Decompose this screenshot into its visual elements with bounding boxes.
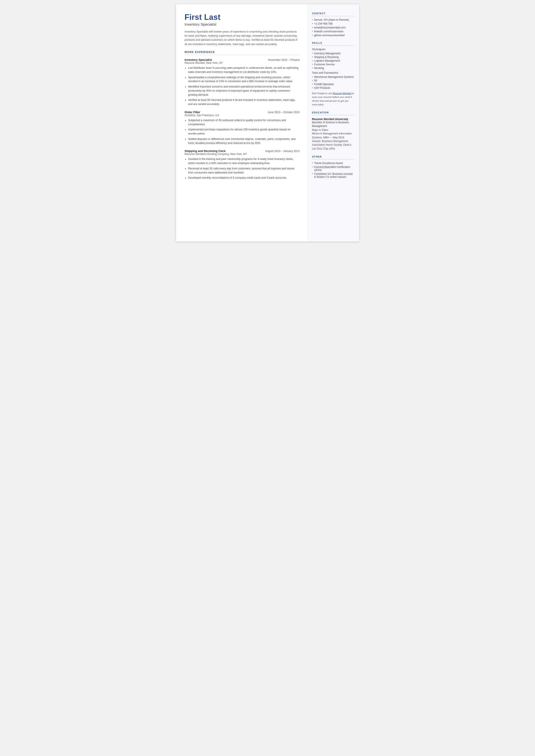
candidate-name: First Last — [185, 13, 300, 21]
contact-divider — [312, 16, 354, 16]
edu-awards-0: Awards: Business Management Association … — [312, 139, 354, 151]
bullet-1-3: Identified important concerns and execut… — [185, 85, 300, 97]
bullet-2-2: Implemented purchase requisitions for al… — [185, 127, 300, 136]
work-company-1: Resume Worded, New York, NY — [185, 61, 300, 65]
work-bullets-2: Subjected a maximum of 30 outbound order… — [185, 118, 300, 145]
resume-page: First Last Inventory Specialist Inventor… — [176, 4, 359, 241]
work-header-3: Shipping and Receiving Clerk August 2010… — [185, 149, 300, 153]
bullet-3-1: Assisted in the training and peer mentor… — [185, 157, 300, 165]
bullet-2-1: Subjected a maximum of 30 outbound order… — [185, 118, 300, 126]
promo-block: Don't forget to use Resume Worded to sca… — [312, 92, 354, 106]
skill-technique-2: Logistics Management — [312, 59, 354, 62]
skill-technique-3: Customer Service — [312, 63, 354, 66]
other-item-0: Thesis Excellence Award — [312, 162, 354, 165]
skill-tool-3: SAP Products — [312, 86, 354, 90]
work-title-3: Shipping and Receiving Clerk — [185, 149, 226, 153]
tools-list: Warehouse Management Systems 5S Forklift… — [312, 75, 354, 90]
skill-tool-2: Forklift Operation — [312, 83, 354, 86]
skill-technique-0: Inventory Management — [312, 52, 354, 55]
name-title-block: First Last Inventory Specialist — [185, 13, 300, 27]
work-company-2: Growthsi, San Francisco, CA — [185, 114, 300, 117]
edu-degree-0: Bachelor of Science in Business Manageme… — [312, 121, 354, 128]
tools-label: Tools and Frameworks: — [312, 71, 354, 74]
work-entry-2: Order Filler June 2013 – October 2015 Gr… — [185, 111, 300, 145]
edu-entry-0: Resume Worded University Bachelor of Sci… — [312, 118, 354, 151]
work-experience-heading: WORK EXPERIENCE — [185, 51, 300, 54]
summary-text: Inventory Specialist with twelve years o… — [185, 30, 300, 46]
skill-technique-1: Shipping & Receiving — [312, 56, 354, 59]
other-item-2: Completed 10+ Business courses in Boston… — [312, 172, 354, 179]
work-company-3: Resume Worded's Exciting Company, New Yo… — [185, 153, 300, 155]
bullet-1-4: Verified at least 50 returned products i… — [185, 98, 300, 106]
skill-tool-0: Warehouse Management Systems — [312, 75, 354, 78]
bullet-3-2: Received at least 30 calls every day fro… — [185, 167, 300, 175]
promo-prefix: Don't forget to use — [312, 92, 333, 95]
edu-school-0: Resume Worded University — [312, 118, 354, 121]
work-title-2: Order Filler — [185, 111, 200, 114]
education-section: EDUCATION Resume Worded University Bache… — [312, 111, 354, 151]
techniques-list: Inventory Management Shipping & Receivin… — [312, 52, 354, 70]
contact-section: CONTACT Denver, OH (Open to Remote) +1-2… — [312, 12, 354, 37]
education-heading: EDUCATION — [312, 111, 354, 114]
work-title-1: Inventory Specialist — [185, 58, 212, 61]
contact-item-4: github.com/resumeworded — [312, 34, 354, 37]
skill-technique-4: Stocking — [312, 67, 354, 70]
other-heading: OTHER — [312, 155, 354, 158]
other-section: OTHER Thesis Excellence Award InventoryS… — [312, 155, 354, 179]
left-column: First Last Inventory Specialist Inventor… — [176, 4, 307, 241]
promo-link[interactable]: Resume Worded — [333, 92, 351, 95]
skill-tool-1: 5S — [312, 79, 354, 82]
work-dates-2: June 2013 – October 2015 — [268, 111, 299, 114]
contact-list: Denver, OH (Open to Remote) +1-234-456-7… — [312, 18, 354, 37]
edu-extra-0: Minors in Management Information Systems… — [312, 132, 354, 139]
bullet-1-2: Spearheaded a comprehensive redesign of … — [185, 75, 300, 84]
work-dates-1: November 2015 – Present — [268, 58, 300, 61]
skills-section: SKILLS Techniques: Inventory Management … — [312, 42, 354, 106]
edu-details-0: Major in Sales — [312, 128, 354, 132]
right-column: CONTACT Denver, OH (Open to Remote) +1-2… — [307, 4, 359, 241]
skills-divider — [312, 45, 354, 46]
work-bullets-1: Led distributor team in pursuing sales p… — [185, 66, 300, 106]
techniques-label: Techniques: — [312, 48, 354, 51]
other-item-1: InventorySpecialist Certification (2015) — [312, 165, 354, 172]
work-header-2: Order Filler June 2013 – October 2015 — [185, 111, 300, 114]
work-entry-1: Inventory Specialist November 2015 – Pre… — [185, 58, 300, 106]
job-title: Inventory Specialist — [185, 22, 300, 27]
contact-item-3: linkedin.com/in/username — [312, 30, 354, 33]
skills-heading: SKILLS — [312, 42, 354, 44]
work-dates-3: August 2010 – January 2013 — [265, 150, 300, 153]
work-header-1: Inventory Specialist November 2015 – Pre… — [185, 58, 300, 61]
contact-item-2: email@resumeworded.com — [312, 26, 354, 29]
other-divider — [312, 159, 354, 159]
bullet-2-3: Settled disputes or differences over inv… — [185, 137, 300, 145]
education-divider — [312, 115, 354, 115]
contact-item-1: +1-234-456-789 — [312, 22, 354, 25]
contact-item-0: Denver, OH (Open to Remote) — [312, 18, 354, 21]
work-entry-3: Shipping and Receiving Clerk August 2010… — [185, 149, 300, 180]
other-list: Thesis Excellence Award InventorySpecial… — [312, 162, 354, 179]
contact-heading: CONTACT — [312, 12, 354, 14]
bullet-1-1: Led distributor team in pursuing sales p… — [185, 66, 300, 74]
bullet-3-3: Developed monthly reconciliations of 5 c… — [185, 176, 300, 180]
work-bullets-3: Assisted in the training and peer mentor… — [185, 157, 300, 180]
